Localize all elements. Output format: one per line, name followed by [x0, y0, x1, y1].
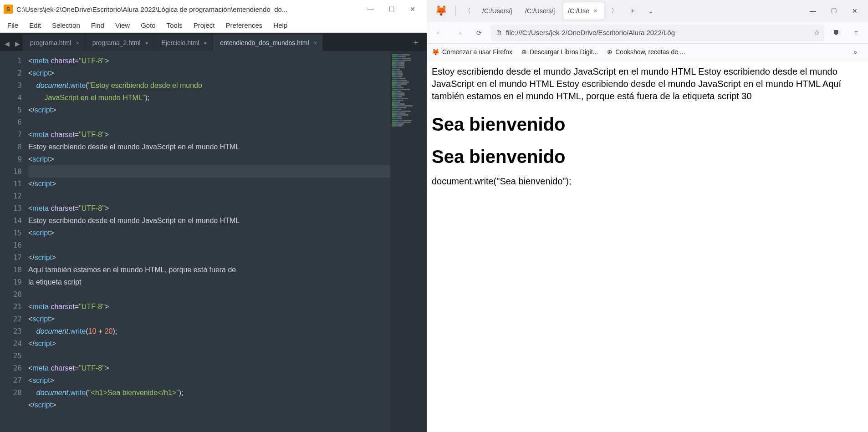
globe-icon: ⊕ — [607, 48, 613, 56]
page-script-text: document.write("Sea bienvenido"); — [432, 175, 863, 188]
url-bar[interactable]: 🗎 file:///C:/Users/jek-2/OneDrive/Escrit… — [491, 25, 824, 41]
tab-list-dropdown-icon[interactable]: ⌄ — [643, 3, 659, 19]
firefox-toolbar: ← → ⟳ 🗎 file:///C:/Users/jek-2/OneDrive/… — [427, 22, 868, 44]
forward-button[interactable]: → — [451, 25, 467, 41]
firefox-logo-icon: 🦊 — [430, 0, 452, 22]
tab-nav-left-icon[interactable]: ◀ — [2, 40, 12, 51]
close-icon[interactable]: ✕ — [593, 8, 597, 14]
minimap[interactable] — [390, 51, 427, 432]
sublime-tabbar: ◀ ▶ programa.html× programa_2.html● Ejer… — [0, 33, 427, 51]
sublime-title-text: C:\Users\jek-2\OneDrive\Escritorio\Alura… — [16, 5, 360, 13]
menu-button[interactable]: ≡ — [848, 25, 864, 41]
sublime-menubar: File Edit Selection Find View Goto Tools… — [0, 18, 427, 33]
tab-entendiendo[interactable]: entendiendo_dos_mundos.html× — [213, 35, 322, 51]
menu-tools[interactable]: Tools — [161, 20, 188, 31]
line-gutter: 1234567891011121314151617181920212223242… — [0, 51, 28, 432]
dirty-icon: ● — [145, 40, 148, 46]
reload-button[interactable]: ⟳ — [471, 25, 487, 41]
tab-programa[interactable]: programa.html× — [23, 35, 85, 51]
overflow-icon[interactable]: » — [847, 44, 863, 60]
menu-selection[interactable]: Selection — [46, 20, 86, 31]
tab-nav-right-icon[interactable]: ▶ — [12, 40, 23, 51]
bookmark-item[interactable]: ⊕Cookshow, recetas de ... — [607, 48, 685, 56]
menu-view[interactable]: View — [110, 20, 135, 31]
browser-tab[interactable]: /C:/Users/j — [521, 2, 562, 20]
page-paragraph: Estoy escribiendo desde el mundo JavaScr… — [432, 66, 863, 102]
firefox-tabbar: 🦊 〈 /C:/Users/j /C:/Users/j /C:/Use✕ 〉 ＋… — [427, 0, 868, 22]
maximize-button[interactable]: ☐ — [381, 0, 402, 18]
menu-find[interactable]: Find — [86, 20, 110, 31]
minimize-button[interactable]: — — [802, 2, 823, 20]
pocket-icon[interactable]: ⛊ — [828, 25, 844, 41]
tab-programa2[interactable]: programa_2.html● — [85, 35, 153, 51]
close-button[interactable]: ✕ — [844, 2, 865, 20]
dirty-icon: ● — [204, 40, 207, 46]
bookmark-item[interactable]: ⊕Descargar Libros Digit... — [521, 48, 598, 56]
tab-scroll-left-icon[interactable]: 〈 — [460, 3, 476, 19]
bookmark-item[interactable]: 🦊Comenzar a usar Firefox — [432, 48, 512, 56]
bookmark-star-icon[interactable]: ☆ — [814, 29, 820, 37]
sublime-window: S C:\Users\jek-2\OneDrive\Escritorio\Alu… — [0, 0, 427, 432]
menu-project[interactable]: Project — [188, 20, 220, 31]
menu-file[interactable]: File — [2, 20, 24, 31]
bookmarks-bar: 🦊Comenzar a usar Firefox ⊕Descargar Libr… — [427, 44, 868, 60]
browser-tab[interactable]: /C:/Users/j — [478, 2, 519, 20]
new-tab-button[interactable]: ＋ — [407, 34, 425, 51]
code-area[interactable]: <meta charset="UTF-8"> <script> document… — [28, 51, 390, 432]
file-icon: 🗎 — [495, 29, 502, 36]
firefox-window: 🦊 〈 /C:/Users/j /C:/Users/j /C:/Use✕ 〉 ＋… — [427, 0, 868, 432]
page-heading: Sea bienvenido — [432, 147, 863, 167]
firefox-icon: 🦊 — [432, 48, 439, 56]
menu-goto[interactable]: Goto — [135, 20, 161, 31]
close-icon[interactable]: × — [314, 40, 317, 46]
tab-scroll-right-icon[interactable]: 〉 — [606, 3, 623, 19]
sublime-titlebar[interactable]: S C:\Users\jek-2\OneDrive\Escritorio\Alu… — [0, 0, 427, 18]
editor-body: 1234567891011121314151617181920212223242… — [0, 51, 427, 432]
menu-edit[interactable]: Edit — [24, 20, 46, 31]
new-tab-button[interactable]: ＋ — [624, 3, 641, 19]
menu-preferences[interactable]: Preferences — [220, 20, 268, 31]
close-icon[interactable]: × — [76, 40, 79, 46]
back-button[interactable]: ← — [431, 25, 447, 41]
browser-tab-active[interactable]: /C:/Use✕ — [563, 2, 604, 20]
tab-ejercicio[interactable]: Ejercicio.html● — [154, 35, 212, 51]
close-button[interactable]: ✕ — [402, 0, 423, 18]
maximize-button[interactable]: ☐ — [823, 2, 844, 20]
page-content: Estoy escribiendo desde el mundo JavaScr… — [427, 60, 868, 432]
globe-icon: ⊕ — [521, 48, 527, 56]
sublime-app-icon: S — [4, 5, 13, 14]
menu-help[interactable]: Help — [268, 20, 293, 31]
url-text: file:///C:/Users/jek-2/OneDrive/Escritor… — [506, 29, 675, 36]
minimize-button[interactable]: — — [360, 0, 381, 18]
page-heading: Sea bienvenido — [432, 114, 863, 135]
